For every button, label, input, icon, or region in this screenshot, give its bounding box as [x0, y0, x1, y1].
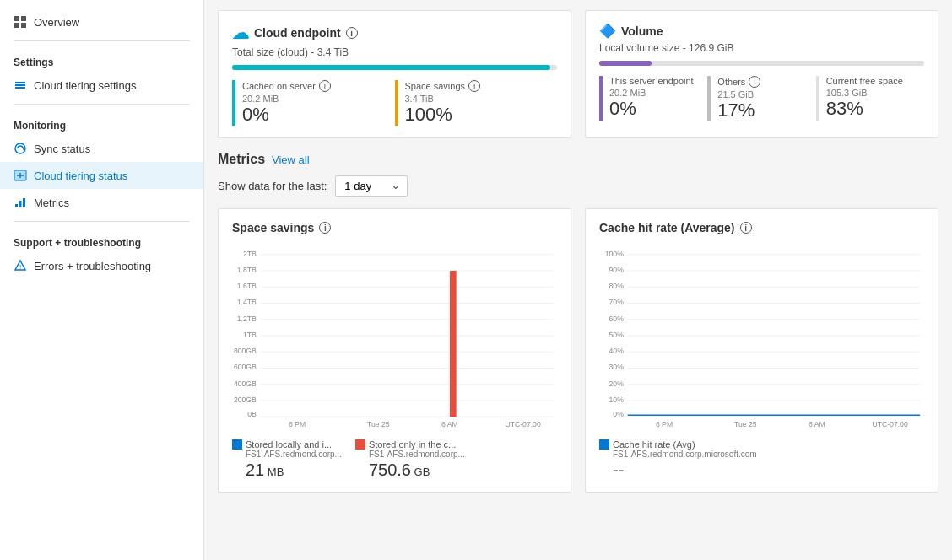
cached-metric: Cached on server i 20.2 MiB 0% [232, 80, 395, 126]
cache-hit-info-icon[interactable]: i [740, 222, 752, 234]
svg-text:800GB: 800GB [234, 347, 257, 355]
svg-rect-0 [14, 16, 19, 21]
cloud-endpoint-info-icon[interactable]: i [346, 27, 358, 39]
volume-progress-fill [599, 61, 652, 66]
this-server-pct: 0% [609, 98, 700, 120]
svg-text:!: ! [19, 263, 21, 271]
sidebar-item-metrics[interactable]: Metrics [0, 189, 203, 216]
sidebar-item-overview[interactable]: Overview [0, 8, 203, 35]
legend-local-color [232, 439, 242, 450]
svg-text:90%: 90% [609, 266, 625, 274]
sidebar-item-errors[interactable]: ! Errors + troubleshooting [0, 252, 203, 279]
svg-text:1.6TB: 1.6TB [237, 282, 257, 290]
svg-text:1.8TB: 1.8TB [237, 266, 257, 274]
legend-cache-sub: FS1-AFS.redmond.corp.microsoft.com [613, 450, 757, 459]
metrics-label: Metrics [34, 197, 69, 209]
svg-text:600GB: 600GB [234, 363, 257, 371]
volume-progress-bar [599, 61, 924, 66]
svg-rect-37 [450, 271, 457, 417]
cached-info-icon[interactable]: i [319, 80, 331, 92]
legend-cloud-sub: FS1-AFS.redmond.corp... [369, 450, 465, 459]
svg-text:80%: 80% [609, 282, 625, 290]
cloud-tiering-settings-label: Cloud tiering settings [34, 79, 136, 92]
cloud-tiering-settings-icon [14, 78, 27, 92]
svg-text:60%: 60% [609, 315, 625, 323]
cloud-tiering-status-label: Cloud tiering status [34, 170, 127, 182]
support-section-header: Support + troubleshooting [0, 227, 203, 252]
cloud-tiering-status-icon [14, 169, 27, 182]
svg-rect-5 [15, 84, 25, 86]
svg-rect-3 [21, 23, 26, 28]
volume-subtitle: Local volume size - 126.9 GiB [599, 42, 924, 54]
show-data-row: Show data for the last: 1 day 1 hour 6 h… [218, 175, 938, 197]
savings-label: Space savings [405, 81, 466, 91]
others-metric: Others i 21.5 GiB 17% [707, 76, 815, 121]
svg-text:6 AM: 6 AM [809, 420, 825, 428]
svg-text:70%: 70% [609, 298, 625, 306]
cloud-endpoint-subtitle: Total size (cloud) - 3.4 TiB [232, 46, 557, 58]
others-value: 21.5 GiB [717, 89, 809, 100]
svg-text:6 PM: 6 PM [656, 420, 673, 428]
svg-text:50%: 50% [609, 331, 625, 339]
legend-cloud: Stored only in the c... FS1-AFS.redmond.… [355, 439, 465, 480]
space-savings-title: Space savings i [232, 221, 557, 234]
space-savings-legend: Stored locally and i... FS1-AFS.redmond.… [232, 439, 557, 480]
legend-cache-color [599, 439, 609, 450]
divider-2 [14, 104, 190, 105]
svg-text:2TB: 2TB [243, 250, 257, 258]
cloud-endpoint-card: ☁ Cloud endpoint i Total size (cloud) - … [218, 10, 571, 138]
legend-cloud-value: 750.6 GB [369, 460, 465, 480]
legend-cache: Cache hit rate (Avg) FS1-AFS.redmond.cor… [599, 439, 757, 480]
volume-metrics: This server endpoint 20.2 MiB 0% Others … [599, 76, 924, 121]
sidebar-overview-label: Overview [34, 16, 79, 29]
svg-text:200GB: 200GB [234, 396, 257, 404]
others-info-icon[interactable]: i [749, 76, 760, 88]
main-content: ☁ Cloud endpoint i Total size (cloud) - … [204, 0, 952, 560]
cloud-endpoint-icon: ☁ [232, 23, 249, 43]
svg-text:6 AM: 6 AM [441, 420, 458, 428]
svg-rect-2 [14, 23, 19, 28]
svg-rect-4 [15, 82, 25, 83]
svg-text:0B: 0B [247, 410, 257, 418]
svg-rect-13 [23, 198, 25, 207]
svg-text:1TB: 1TB [243, 331, 257, 339]
free-space-metric: Current free space 105.3 GiB 83% [816, 76, 924, 121]
this-server-label: This server endpoint [609, 76, 694, 86]
savings-value: 3.4 TiB [405, 94, 551, 104]
legend-local: Stored locally and i... FS1-AFS.redmond.… [232, 439, 342, 480]
svg-text:UTC-07:00: UTC-07:00 [505, 420, 541, 428]
savings-info-icon[interactable]: i [468, 80, 480, 92]
sidebar-item-cloud-tiering-settings[interactable]: Cloud tiering settings [0, 72, 203, 99]
svg-rect-11 [15, 204, 18, 207]
view-all-link[interactable]: View all [272, 153, 310, 166]
svg-text:0%: 0% [613, 410, 624, 418]
svg-text:20%: 20% [609, 380, 625, 388]
legend-cache-value: -- [613, 460, 757, 480]
svg-marker-8 [23, 147, 24, 150]
svg-rect-1 [21, 16, 26, 21]
volume-title: 🔷 Volume [599, 23, 924, 39]
sidebar-item-cloud-tiering-status[interactable]: Cloud tiering status [0, 162, 203, 189]
svg-text:400GB: 400GB [234, 380, 257, 388]
top-cards-row: ☁ Cloud endpoint i Total size (cloud) - … [218, 10, 938, 138]
svg-text:1.2TB: 1.2TB [237, 315, 257, 323]
sidebar-item-sync-status[interactable]: Sync status [0, 135, 203, 162]
cache-hit-title: Cache hit rate (Average) i [599, 221, 924, 234]
legend-cloud-color [355, 439, 365, 450]
errors-label: Errors + troubleshooting [34, 260, 151, 272]
space-savings-info-icon[interactable]: i [319, 222, 331, 234]
svg-text:Tue 25: Tue 25 [734, 420, 757, 428]
divider-1 [14, 40, 190, 41]
cached-label: Cached on server [242, 81, 316, 91]
time-range-dropdown[interactable]: 1 day 1 hour 6 hours 7 days 30 days [335, 175, 408, 197]
overview-icon [14, 15, 27, 29]
sidebar: Overview Settings Cloud tiering settings… [0, 0, 204, 560]
cloud-endpoint-metrics: Cached on server i 20.2 MiB 0% Space sav… [232, 80, 557, 126]
errors-icon: ! [14, 259, 27, 272]
metrics-icon [14, 196, 27, 209]
metrics-section-header: Metrics View all [218, 152, 938, 167]
sync-status-icon [14, 142, 27, 155]
svg-text:1.4TB: 1.4TB [237, 298, 257, 306]
svg-text:40%: 40% [609, 347, 625, 355]
settings-section-header: Settings [0, 46, 203, 72]
